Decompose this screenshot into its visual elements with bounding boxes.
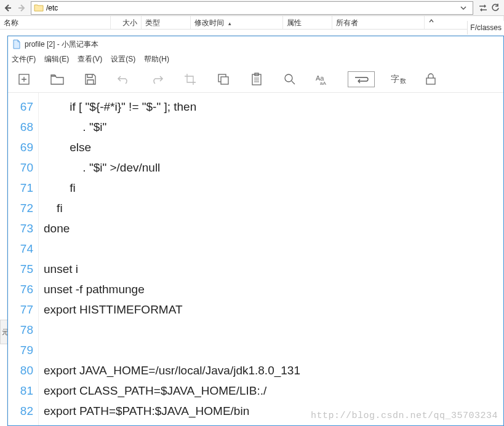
word-count-button[interactable]: 字字数数	[391, 73, 406, 85]
col-attr[interactable]: 属性	[283, 16, 332, 29]
wrap-button[interactable]	[348, 71, 375, 87]
line-number: 80	[8, 360, 33, 381]
code-line[interactable]: . "$i"	[44, 117, 503, 137]
line-number: 75	[8, 259, 33, 279]
code-line[interactable]: . "$i" >/dev/null	[44, 157, 503, 178]
line-number: 79	[8, 340, 33, 360]
nav-refresh-area	[474, 4, 504, 12]
file-browser-headers: 名称 大小 类型 修改时间 ▴ 属性 所有者	[0, 16, 504, 30]
sort-asc-icon: ▴	[228, 20, 231, 26]
file-browser-nav: /etc	[0, 0, 504, 16]
undo-button[interactable]	[115, 71, 132, 88]
document-icon	[12, 39, 22, 49]
line-number: 76	[8, 279, 33, 299]
line-number: 68	[8, 117, 33, 137]
code-line[interactable]: else	[44, 137, 503, 157]
copy-button[interactable]	[215, 71, 232, 88]
code-line[interactable]: unset i	[44, 259, 503, 279]
new-file-button[interactable]	[15, 71, 33, 88]
code-line[interactable]: export CLASS_PATH=$JAVA_HOME/LIB:./	[44, 381, 503, 401]
line-number: 67	[8, 97, 33, 117]
redo-button[interactable]	[148, 71, 166, 88]
line-number: 69	[8, 137, 33, 157]
code-line[interactable]: fi	[44, 178, 503, 198]
nav-back-button[interactable]	[0, 1, 15, 15]
code-line[interactable]: if [ "${-#*i}" != "$-" ]; then	[44, 97, 503, 117]
col-type[interactable]: 类型	[142, 16, 191, 29]
line-number: 81	[8, 381, 33, 401]
folder-icon	[34, 3, 44, 13]
code-line[interactable]	[44, 239, 503, 259]
menu-settings[interactable]: 设置(S)	[111, 54, 135, 65]
svg-text:aA: aA	[320, 81, 326, 85]
code-line[interactable]: unset -f pathmunge	[44, 279, 503, 299]
code-line[interactable]	[44, 340, 503, 360]
editor-titlebar: profile [2] - 小黑记事本	[8, 36, 503, 52]
line-number: 82	[8, 401, 33, 421]
col-owner[interactable]: 所有者	[332, 16, 425, 29]
svg-point-5	[285, 74, 292, 82]
line-number: 78	[8, 320, 33, 340]
svg-rect-2	[221, 77, 228, 84]
font-button[interactable]: AaaA	[314, 71, 332, 88]
path-input[interactable]: /etc	[31, 1, 473, 15]
col-name[interactable]: 名称	[0, 16, 111, 29]
lock-button[interactable]	[422, 71, 439, 88]
transfer-icon[interactable]	[479, 4, 487, 12]
col-size[interactable]: 大小	[111, 16, 142, 29]
code-line[interactable]: export JAVA_HOME=/usr/local/Java/jdk1.8.…	[44, 360, 503, 381]
editor-menubar: 文件(F) 编辑(E) 查看(V) 设置(S) 帮助(H)	[8, 52, 503, 66]
path-dropdown-icon[interactable]	[460, 5, 470, 11]
path-text: /etc	[46, 4, 460, 12]
menu-file[interactable]: 文件(F)	[12, 54, 36, 65]
line-number: 72	[8, 198, 33, 218]
crop-button[interactable]	[182, 71, 199, 88]
svg-rect-8	[426, 78, 435, 84]
code-content[interactable]: if [ "${-#*i}" != "$-" ]; then . "$i" el…	[39, 93, 503, 425]
save-button[interactable]	[82, 71, 99, 88]
menu-edit[interactable]: 编辑(E)	[44, 54, 69, 65]
editor-window: profile [2] - 小黑记事本 文件(F) 编辑(E) 查看(V) 设置…	[7, 36, 504, 426]
line-number: 70	[8, 157, 33, 178]
paste-button[interactable]	[248, 71, 265, 88]
line-number: 74	[8, 239, 33, 259]
line-number: 77	[8, 299, 33, 320]
menu-view[interactable]: 查看(V)	[78, 54, 102, 65]
nav-forward-button[interactable]	[15, 1, 30, 15]
code-line[interactable]	[44, 320, 503, 340]
right-path-fragment: F/classes	[467, 21, 504, 34]
col-mtime[interactable]: 修改时间 ▴	[191, 16, 283, 29]
menu-help[interactable]: 帮助(H)	[144, 54, 169, 65]
code-line[interactable]: export HISTTIMEFORMAT	[44, 299, 503, 320]
code-line[interactable]: fi	[44, 198, 503, 218]
watermark-text: http://blog.csdn.net/qq_35703234	[311, 411, 498, 421]
editor-title-text: profile [2] - 小黑记事本	[25, 39, 98, 50]
line-number-gutter: 67686970717273747576777879808182	[8, 93, 39, 425]
line-number: 73	[8, 218, 33, 239]
open-file-button[interactable]	[49, 71, 66, 88]
line-number: 71	[8, 178, 33, 198]
refresh-icon[interactable]	[491, 4, 500, 12]
search-button[interactable]	[281, 71, 298, 88]
editor-toolbar: AaaA 字字数数	[8, 66, 503, 93]
code-area: 67686970717273747576777879808182 if [ "$…	[8, 93, 503, 425]
code-line[interactable]: done	[44, 218, 503, 239]
